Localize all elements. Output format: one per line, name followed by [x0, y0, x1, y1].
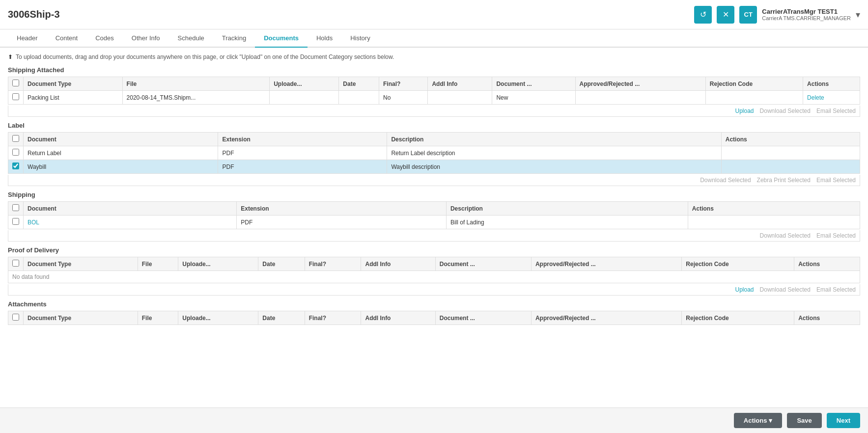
table-row: No data found [8, 271, 860, 283]
cell-extension: PDF [218, 160, 387, 174]
tab-content[interactable]: Content [47, 29, 87, 48]
col-extension: Extension [237, 202, 447, 216]
cell-description: Return Label description [387, 146, 721, 160]
col-document-status: Document ... [435, 311, 531, 325]
cell-action: Delete [803, 91, 860, 105]
cell-document: Return Label [24, 146, 218, 160]
attachments-select-all[interactable] [12, 314, 19, 321]
section-shipping-title: Shipping [8, 191, 860, 198]
main-content: ⬆ To upload documents, drag and drop you… [0, 48, 868, 405]
table-row: Packing List 2020-08-14_TMS.Shipm... No … [8, 91, 860, 105]
row-checkbox[interactable] [12, 162, 19, 169]
col-actions: Actions [688, 202, 860, 216]
user-info: CarrierATransMgr TEST1 CarrierA TMS.CARR… [762, 8, 851, 21]
upload-notice: ⬆ To upload documents, drag and drop you… [8, 54, 860, 60]
header-right: ↺ ✕ CT CarrierATransMgr TEST1 CarrierA T… [694, 6, 860, 24]
col-date: Date [258, 257, 305, 271]
section-label-title: Label [8, 122, 860, 129]
upload-link-pod[interactable]: Upload [735, 286, 754, 293]
cell-document-type: Packing List [24, 91, 123, 105]
section-shipping-attached-title: Shipping Attached [8, 66, 860, 74]
cell-extension: PDF [237, 216, 447, 229]
shipping-select-all[interactable] [12, 204, 19, 211]
download-selected-label[interactable]: Download Selected [700, 177, 751, 184]
attachments-header-row: Document Type File Uploade... Date Final… [8, 311, 860, 325]
col-document: Document [24, 202, 237, 216]
col-date: Date [339, 77, 379, 91]
col-description: Description [387, 133, 721, 146]
col-file: File [138, 311, 178, 325]
shipping-attached-footer: Upload Download Selected Email Selected [8, 106, 860, 117]
label-select-all[interactable] [12, 135, 19, 142]
pod-select-all[interactable] [12, 260, 19, 267]
tab-documents[interactable]: Documents [255, 29, 308, 48]
tab-other-info[interactable]: Other Info [123, 29, 169, 48]
cell-addl-info [428, 91, 492, 105]
cell-rejection-code [705, 91, 803, 105]
refresh-button[interactable]: ↺ [694, 6, 712, 24]
download-selected-shipping-attached[interactable]: Download Selected [760, 108, 811, 114]
col-rejection-code: Rejection Code [682, 257, 794, 271]
app-header: 3006Ship-3 ↺ ✕ CT CarrierATransMgr TEST1… [0, 0, 868, 29]
section-pod-title: Proof of Delivery [8, 246, 860, 254]
col-file: File [122, 77, 270, 91]
shipping-table: Document Extension Description Actions B… [8, 201, 860, 229]
shipping-footer: Download Selected Email Selected [8, 230, 860, 242]
tab-schedule[interactable]: Schedule [169, 29, 213, 48]
col-uploader: Uploade... [178, 257, 258, 271]
user-role: CarrierA TMS.CARRIER_MANAGER [762, 15, 851, 21]
email-selected-shipping-attached[interactable]: Email Selected [816, 108, 856, 114]
col-description: Description [446, 202, 688, 216]
no-data-pod: No data found [8, 271, 860, 283]
close-button[interactable]: ✕ [717, 6, 734, 24]
col-final: Final? [305, 311, 361, 325]
email-selected-label[interactable]: Email Selected [816, 177, 856, 184]
download-selected-pod[interactable]: Download Selected [760, 286, 811, 293]
row-checkbox[interactable] [12, 149, 19, 156]
tab-tracking[interactable]: Tracking [213, 29, 255, 48]
tab-holds[interactable]: Holds [308, 29, 341, 48]
col-document-status: Document ... [435, 257, 531, 271]
col-addl-info: Addl Info [361, 257, 435, 271]
pod-footer: Upload Download Selected Email Selected [8, 284, 860, 296]
upload-link-shipping-attached[interactable]: Upload [735, 108, 754, 114]
download-selected-shipping[interactable]: Download Selected [760, 232, 811, 239]
table-row: BOL PDF Bill of Lading [8, 216, 860, 229]
user-menu-chevron[interactable]: ▾ [856, 9, 860, 20]
section-attachments-title: Attachments [8, 300, 860, 308]
delete-link[interactable]: Delete [807, 94, 824, 101]
shipping-attached-table: Document Type File Uploade... Date Final… [8, 77, 860, 105]
cell-action [688, 216, 860, 229]
cell-description: Bill of Lading [446, 216, 688, 229]
cell-file: 2020-08-14_TMS.Shipm... [122, 91, 270, 105]
upload-notice-text: To upload documents, drag and drop your … [16, 54, 394, 60]
col-extension: Extension [218, 133, 387, 146]
cell-date [339, 91, 379, 105]
cell-description: Waybill description [387, 160, 721, 174]
email-selected-pod[interactable]: Email Selected [816, 286, 856, 293]
row-checkbox[interactable] [12, 218, 19, 225]
cell-doc-status: New [492, 91, 575, 105]
col-rejection-code: Rejection Code [705, 77, 803, 91]
pod-table: Document Type File Uploade... Date Final… [8, 257, 860, 283]
tab-codes[interactable]: Codes [86, 29, 123, 48]
cell-extension: PDF [218, 146, 387, 160]
shipping-attached-header-row: Document Type File Uploade... Date Final… [8, 77, 860, 91]
bol-link[interactable]: BOL [28, 219, 39, 226]
email-selected-shipping[interactable]: Email Selected [816, 232, 856, 239]
row-checkbox[interactable] [12, 93, 19, 100]
col-actions: Actions [721, 133, 860, 146]
pod-header-row: Document Type File Uploade... Date Final… [8, 257, 860, 271]
col-document-type: Document Type [24, 257, 138, 271]
tab-header[interactable]: Header [8, 29, 47, 48]
col-rejection-code: Rejection Code [682, 311, 794, 325]
shipping-attached-select-all[interactable] [12, 80, 19, 86]
cell-document: BOL [24, 216, 237, 229]
col-date: Date [258, 311, 305, 325]
label-footer: Download Selected Zebra Print Selected E… [8, 175, 860, 186]
cell-approved-rejected [575, 91, 705, 105]
tab-history[interactable]: History [341, 29, 379, 48]
tabs-bar: Header Content Codes Other Info Schedule… [0, 29, 868, 48]
col-uploader: Uploade... [270, 77, 339, 91]
zebra-print-label[interactable]: Zebra Print Selected [757, 177, 811, 184]
